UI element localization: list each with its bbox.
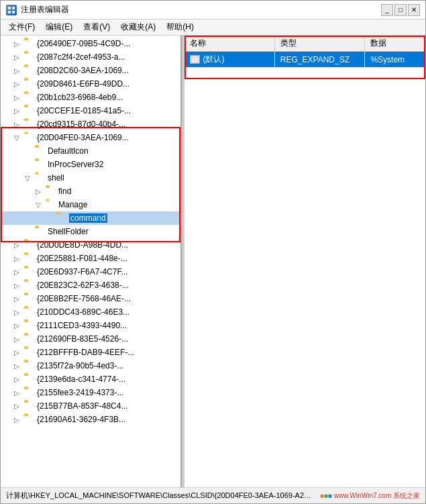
tree-toggle-icon[interactable]: ▷	[33, 186, 44, 197]
folder-icon	[24, 401, 35, 411]
folder-icon	[35, 146, 46, 156]
tree-node[interactable]: ▷{208D2C60-3AEA-1069...	[1, 64, 180, 77]
tree-node[interactable]: ▷{209D8461-E6FB-49DD...	[1, 77, 180, 91]
tree-panel[interactable]: ▷{206490E7-09B5-4C9D-...▷{2087c2f4-2cef-…	[1, 36, 182, 487]
tree-toggle-icon[interactable]: ▷	[11, 293, 22, 304]
folder-icon	[24, 39, 35, 48]
col-type: 类型	[274, 36, 365, 52]
tree-node-label: {209D8461-E6FB-49DD...	[37, 79, 129, 89]
tree-node[interactable]: ▷{2155fee3-2419-4373-...	[1, 386, 180, 399]
tree-toggle-icon[interactable]: ▽	[11, 132, 22, 143]
tree-node[interactable]: ▷{20D0DE8D-A98B-4DD...	[1, 238, 180, 252]
menu-file[interactable]: 文件(F)	[3, 20, 40, 34]
tree-node[interactable]: ▷{21690A61-3629-4F3B...	[1, 413, 180, 426]
tree-node[interactable]: ▷{2111CED3-4393-4490...	[1, 319, 180, 332]
data-panel: 名称 类型 数据 ab(默认)REG_EXPAND_SZ%System	[184, 36, 425, 487]
tree-node-label: {20E823C2-62F3-4638-...	[37, 281, 129, 290]
tree-node[interactable]: ▷{20cd9315-87d0-40b4-...	[1, 117, 180, 131]
app-icon	[6, 5, 17, 15]
tree-toggle-icon[interactable]: ▷	[11, 240, 22, 250]
tree-node-label: {2155fee3-2419-4373-...	[37, 388, 123, 397]
tree-toggle-icon[interactable]: ▷	[11, 79, 22, 89]
cell-data: %System	[365, 52, 425, 68]
tree-toggle-icon[interactable]: ▷	[11, 280, 22, 291]
close-button[interactable]: ✕	[408, 4, 420, 16]
tree-node-label: {20E6D937-F6A7-4C7F...	[37, 267, 127, 276]
tree-node[interactable]: ▷{20E6D937-F6A7-4C7F...	[1, 265, 180, 279]
folder-icon	[35, 173, 46, 183]
menu-favorites[interactable]: 收藏夹(A)	[115, 20, 161, 34]
tree-node[interactable]: ▽shell	[1, 171, 180, 185]
folder-icon	[24, 66, 35, 75]
tree-toggle-icon[interactable]: ▷	[11, 334, 22, 344]
tree-node-label: {2087c2f4-2cef-4953-a...	[37, 52, 125, 62]
tree-node[interactable]: ▷{212690FB-83E5-4526-...	[1, 332, 180, 346]
tree-node[interactable]: ▷{2135f72a-90b5-4ed3-...	[1, 359, 180, 372]
folder-icon	[24, 93, 35, 102]
tree-node[interactable]: ▷find	[1, 185, 180, 198]
folder-icon	[24, 321, 35, 330]
tree-toggle-icon[interactable]	[22, 159, 33, 170]
tree-node-label: DefaultIcon	[48, 146, 89, 156]
folder-icon	[24, 79, 35, 89]
tree-node-label: {20cd9315-87d0-40b4-...	[37, 119, 125, 129]
folder-icon	[24, 133, 35, 142]
tree-node[interactable]: ▷{20E25881-F081-448e-...	[1, 252, 180, 265]
tree-toggle-icon[interactable]: ▷	[11, 92, 22, 103]
tree-toggle-icon[interactable]: ▽	[22, 172, 33, 183]
tree-node-label: {20E25881-F081-448e-...	[37, 254, 127, 263]
tree-toggle-icon[interactable]: ▷	[11, 65, 22, 76]
tree-toggle-icon[interactable]: ▷	[11, 320, 22, 331]
tree-toggle-icon[interactable]	[22, 146, 33, 156]
tree-node[interactable]: ▷{20CCEF1E-0185-41a5-...	[1, 104, 180, 117]
tree-node[interactable]: ▷{20E8B2FE-7568-46AE-...	[1, 292, 180, 305]
tree-toggle-icon[interactable]: ▷	[11, 253, 22, 264]
tree-toggle-icon[interactable]: ▷	[11, 266, 22, 277]
tree-node[interactable]: ▷{215B77BA-853F-48C4...	[1, 399, 180, 413]
tree-node[interactable]: ▷{2139e6da-c341-4774-...	[1, 372, 180, 386]
tree-toggle-icon[interactable]: ▷	[11, 401, 22, 411]
menu-edit[interactable]: 编辑(E)	[40, 20, 78, 34]
tree-node-label: {2111CED3-4393-4490...	[37, 321, 127, 330]
table-row[interactable]: ab(默认)REG_EXPAND_SZ%System	[184, 52, 425, 68]
tree-node[interactable]: InProcServer32	[1, 158, 180, 171]
tree-node[interactable]: ▽{20D04FE0-3AEA-1069...	[1, 131, 180, 144]
tree-node[interactable]: command	[1, 211, 180, 225]
tree-toggle-icon[interactable]	[22, 226, 33, 237]
folder-icon	[24, 294, 35, 303]
tree-toggle-icon[interactable]: ▷	[11, 119, 22, 130]
tree-toggle-icon[interactable]: ▷	[11, 307, 22, 317]
tree-toggle-icon[interactable]	[44, 213, 54, 223]
tree-toggle-icon[interactable]: ▷	[11, 38, 22, 49]
tree-node[interactable]: ▷{2087c2f4-2cef-4953-a...	[1, 50, 180, 64]
menu-help[interactable]: 帮助(H)	[161, 20, 199, 34]
tree-node[interactable]: ▷{20E823C2-62F3-4638-...	[1, 279, 180, 292]
tree-toggle-icon[interactable]: ▷	[11, 52, 22, 62]
tree-node-label: {20D0DE8D-A98B-4DD...	[37, 240, 128, 250]
maximize-button[interactable]: □	[394, 4, 407, 16]
tree-toggle-icon[interactable]: ▷	[11, 347, 22, 358]
tree-toggle-icon[interactable]: ▽	[33, 199, 44, 210]
svg-rect-3	[12, 11, 15, 13]
watermark-text: www.WinWin7.com 系统之家	[334, 492, 420, 499]
tree-node[interactable]: ShellFolder	[1, 225, 180, 238]
tree-node[interactable]: ▷{206490E7-09B5-4C9D-...	[1, 37, 180, 50]
tree-toggle-icon[interactable]: ▷	[11, 414, 22, 425]
tree-toggle-icon[interactable]: ▷	[11, 387, 22, 398]
minimize-button[interactable]: _	[381, 4, 393, 16]
tree-node[interactable]: DefaultIcon	[1, 144, 180, 158]
cell-type: REG_EXPAND_SZ	[274, 52, 365, 68]
tree-node-label: shell	[48, 173, 64, 183]
tree-toggle-icon[interactable]: ▷	[11, 374, 22, 385]
menu-view[interactable]: 查看(V)	[78, 20, 115, 34]
tree-node[interactable]: ▷{20b1cb23-6968-4eb9...	[1, 91, 180, 104]
tree-toggle-icon[interactable]: ▷	[11, 360, 22, 371]
folder-icon	[24, 374, 35, 384]
tree-node[interactable]: ▽Manage	[1, 198, 180, 211]
tree-node[interactable]: ▷{212BFFFB-DAB9-4EEF-...	[1, 346, 180, 359]
folder-icon	[24, 267, 35, 276]
tree-toggle-icon[interactable]: ▷	[11, 105, 22, 116]
tree-node-label: {210DDC43-689C-46E3...	[37, 307, 129, 317]
tree-node[interactable]: ▷{210DDC43-689C-46E3...	[1, 305, 180, 319]
title-bar: 注册表编辑器 _ □ ✕	[1, 1, 425, 19]
